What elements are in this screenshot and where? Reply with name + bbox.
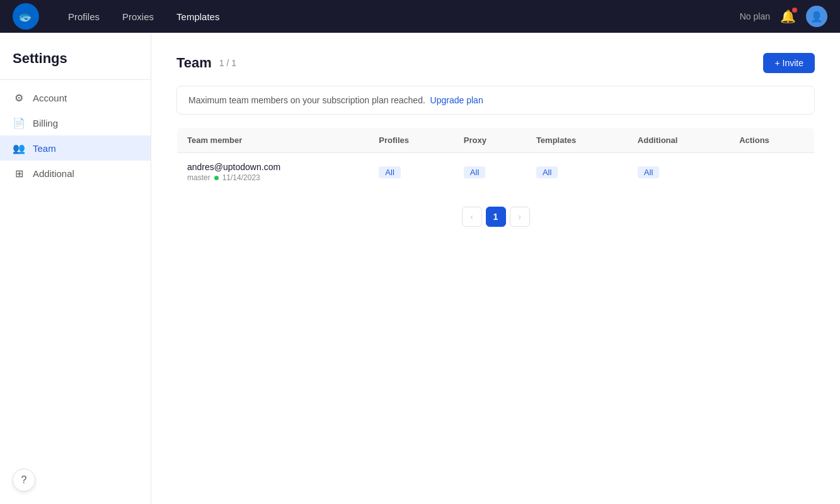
notification-icon[interactable]: 🔔 bbox=[780, 9, 796, 24]
billing-icon: 📄 bbox=[13, 117, 25, 129]
invite-button[interactable]: + Invite bbox=[763, 53, 815, 73]
sidebar-item-billing[interactable]: 📄 Billing bbox=[0, 110, 151, 135]
proxy-badge: All bbox=[464, 166, 485, 178]
sidebar-item-label-account: Account bbox=[33, 93, 67, 103]
additional-badge: All bbox=[638, 166, 659, 178]
upgrade-plan-link[interactable]: Upgrade plan bbox=[430, 95, 483, 105]
member-email: andres@uptodown.com bbox=[187, 162, 359, 172]
page-1-button[interactable]: 1 bbox=[486, 207, 506, 227]
sidebar-item-additional[interactable]: ⊞ Additional bbox=[0, 161, 151, 186]
sidebar-item-label-billing: Billing bbox=[33, 118, 58, 129]
member-date: 11/14/2023 bbox=[222, 173, 260, 182]
nav-link-templates[interactable]: Templates bbox=[168, 8, 228, 26]
pagination: ‹ 1 › bbox=[176, 207, 815, 227]
page-header-left: Team 1 / 1 bbox=[176, 55, 236, 71]
avatar-icon: 👤 bbox=[810, 11, 823, 23]
no-plan-badge: No plan bbox=[740, 11, 770, 21]
logo[interactable]: 🐟 bbox=[13, 3, 39, 30]
table-body: andres@uptodown.com master 11/14/2023 Al… bbox=[177, 153, 815, 192]
table-row: andres@uptodown.com master 11/14/2023 Al… bbox=[177, 153, 815, 192]
main-content: Team 1 / 1 + Invite Maximum team members… bbox=[151, 33, 840, 504]
profiles-badge: All bbox=[379, 166, 400, 178]
avatar[interactable]: 👤 bbox=[806, 6, 827, 27]
additional-icon: ⊞ bbox=[13, 167, 25, 180]
column-additional: Additional bbox=[628, 128, 729, 153]
templates-badge: All bbox=[536, 166, 558, 178]
sidebar-item-account[interactable]: ⚙ Account bbox=[0, 85, 151, 110]
nav-left: 🐟 Profiles Proxies Templates bbox=[13, 3, 228, 30]
team-table: Team member Profiles Proxy Templates Add… bbox=[176, 127, 815, 192]
sidebar: Settings ⚙ Account 📄 Billing 👥 Team ⊞ Ad… bbox=[0, 33, 151, 504]
nav-right: No plan 🔔 👤 bbox=[740, 6, 827, 27]
nav-link-profiles[interactable]: Profiles bbox=[59, 8, 108, 26]
actions-cell bbox=[729, 153, 814, 192]
alert-banner: Maximum team members on your subscriptio… bbox=[176, 86, 815, 115]
additional-cell: All bbox=[628, 153, 729, 192]
help-icon: ? bbox=[21, 474, 27, 486]
templates-cell: All bbox=[526, 153, 628, 192]
sidebar-divider bbox=[0, 79, 151, 80]
page-header: Team 1 / 1 + Invite bbox=[176, 53, 815, 73]
column-actions: Actions bbox=[729, 128, 814, 153]
sidebar-item-label-additional: Additional bbox=[33, 168, 74, 179]
notification-dot bbox=[792, 8, 797, 13]
column-profiles: Profiles bbox=[369, 128, 454, 153]
member-status-dot bbox=[214, 176, 219, 180]
page-count: 1 / 1 bbox=[219, 58, 236, 68]
logo-icon: 🐟 bbox=[18, 8, 35, 25]
column-templates: Templates bbox=[526, 128, 628, 153]
alert-message: Maximum team members on your subscriptio… bbox=[188, 95, 425, 105]
gear-icon: ⚙ bbox=[13, 91, 25, 104]
table-header: Team member Profiles Proxy Templates Add… bbox=[177, 128, 815, 153]
page-title: Team bbox=[176, 55, 212, 71]
member-role: master bbox=[187, 173, 210, 182]
next-page-button[interactable]: › bbox=[510, 207, 530, 227]
settings-title: Settings bbox=[0, 50, 151, 79]
proxy-cell: All bbox=[454, 153, 526, 192]
profiles-cell: All bbox=[369, 153, 454, 192]
nav-links: Profiles Proxies Templates bbox=[59, 8, 228, 26]
top-navigation: 🐟 Profiles Proxies Templates No plan 🔔 👤 bbox=[0, 0, 840, 33]
sidebar-item-label-team: Team bbox=[33, 143, 56, 154]
nav-link-proxies[interactable]: Proxies bbox=[113, 8, 163, 26]
column-member: Team member bbox=[177, 128, 369, 153]
member-meta: master 11/14/2023 bbox=[187, 173, 359, 182]
sidebar-item-team[interactable]: 👥 Team bbox=[0, 135, 151, 161]
help-button[interactable]: ? bbox=[13, 469, 35, 491]
column-proxy: Proxy bbox=[454, 128, 526, 153]
team-icon: 👥 bbox=[13, 142, 25, 154]
member-cell: andres@uptodown.com master 11/14/2023 bbox=[177, 153, 369, 192]
table-header-row: Team member Profiles Proxy Templates Add… bbox=[177, 128, 815, 153]
prev-page-button[interactable]: ‹ bbox=[462, 207, 482, 227]
layout: Settings ⚙ Account 📄 Billing 👥 Team ⊞ Ad… bbox=[0, 33, 840, 504]
